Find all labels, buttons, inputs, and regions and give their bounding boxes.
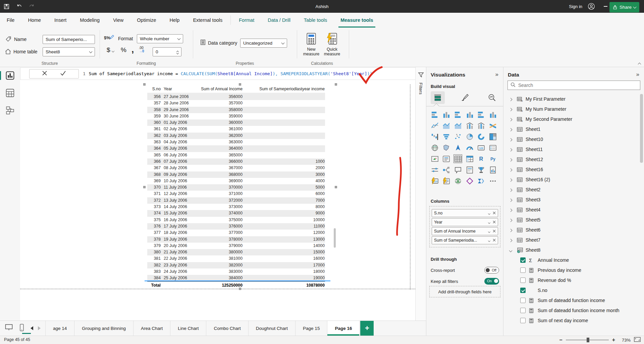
menu-tab-insert[interactable]: Insert — [48, 13, 73, 28]
currency-icon[interactable]: $ — [107, 46, 114, 54]
resize-handle-middle-right[interactable] — [335, 186, 337, 188]
page-tab-area-chart[interactable]: Area Chart — [133, 321, 170, 336]
data-category-select[interactable]: Uncategorized — [240, 39, 287, 48]
data-field-sum-of-dateadd-function-income[interactable]: Sum of dateadd function income — [503, 295, 638, 305]
matrix-icon[interactable] — [465, 154, 474, 163]
data-table-my-first-parameter[interactable]: fxMy First Parameter — [503, 94, 638, 104]
100-stacked-bar-chart-icon[interactable] — [477, 110, 486, 119]
zoom-in-icon[interactable]: + — [612, 337, 615, 343]
percent-icon[interactable]: % — [121, 46, 126, 54]
smart-narrative-icon[interactable] — [465, 165, 474, 174]
table-row[interactable]: 36405 July 2006364000 — [147, 145, 325, 152]
table-row[interactable]: 38425 July 200638400019000 — [147, 275, 325, 281]
model-view-icon[interactable] — [6, 106, 14, 115]
page-tab-page-15[interactable]: Page 15 — [296, 321, 327, 336]
table-row[interactable]: 38122 July 200638100016000 — [147, 255, 325, 262]
share-button[interactable]: Share — [609, 2, 639, 12]
decimals-stepper[interactable]: 0 — [153, 47, 181, 56]
cancel-formula-icon[interactable] — [42, 70, 47, 77]
power-automate-icon[interactable] — [477, 177, 486, 185]
field-checkbox[interactable] — [520, 257, 526, 263]
chevron-right-icon[interactable] — [509, 217, 517, 223]
table-view-icon[interactable] — [6, 89, 14, 97]
data-table-sheet8[interactable]: Sheet8 — [503, 245, 638, 255]
chevron-right-icon[interactable] — [509, 116, 517, 122]
search-box[interactable] — [507, 81, 640, 90]
table-row[interactable]: 36001 July 2006360000 — [147, 119, 325, 126]
data-table-sheet6[interactable]: Sheet6 — [503, 225, 638, 235]
data-table-sheet2[interactable]: Sheet2 — [503, 185, 638, 195]
quick-measure-button[interactable]: Quick measure — [323, 33, 341, 56]
menu-tab-format[interactable]: Format — [232, 13, 261, 28]
page-tab-grouping-and-binning[interactable]: Grouping and Binning — [74, 321, 133, 336]
treemap-icon[interactable] — [488, 132, 497, 141]
next-page-arrow[interactable] — [38, 326, 41, 330]
field-options-chevron-icon[interactable] — [488, 211, 490, 215]
table-row[interactable]: 35930 June 2006359000 — [147, 113, 325, 119]
table-row[interactable]: 35728 June 2006357000 — [147, 100, 325, 106]
decomposition-tree-icon[interactable] — [442, 165, 451, 174]
donut-chart-icon[interactable] — [477, 132, 486, 141]
table-row[interactable]: 37213 July 20063720007000 — [147, 197, 325, 204]
chevron-right-icon[interactable] — [509, 127, 517, 132]
table-row[interactable]: 38021 July 200638000015000 — [147, 249, 325, 255]
python-visual-icon[interactable]: Py — [488, 154, 497, 163]
azure-map-icon[interactable] — [453, 143, 462, 152]
add-drill-through-fields-well[interactable]: Add drill-through fields here — [429, 286, 500, 297]
field-checkbox[interactable] — [520, 298, 526, 303]
field-pill[interactable]: S.no — [432, 209, 498, 217]
field-pill[interactable]: Sum of Sameperiodla... — [432, 236, 498, 244]
field-options-chevron-icon[interactable] — [488, 229, 490, 233]
field-checkbox[interactable] — [520, 308, 526, 313]
filters-pane-collapsed[interactable]: Filters — [415, 67, 426, 321]
chevron-right-icon[interactable] — [509, 106, 517, 112]
menu-tab-external-tools[interactable]: External tools — [186, 13, 229, 28]
data-table-sheet1[interactable]: Sheet1 — [503, 124, 638, 134]
table-scrollbar[interactable] — [334, 228, 336, 248]
table-row[interactable]: 37011 July 20063700005000 — [147, 184, 325, 191]
gauge-icon[interactable] — [465, 143, 474, 152]
column-header[interactable]: Sum of Sameperiodlastyear income — [243, 85, 325, 93]
resize-handle-top-center[interactable] — [239, 83, 241, 86]
line-and-stacked-column-chart-icon[interactable] — [465, 121, 474, 130]
data-table-sheet4[interactable]: Sheet4 — [503, 205, 638, 215]
data-table-sheet10[interactable]: Sheet10 — [503, 134, 638, 144]
format-select[interactable]: Whole number — [137, 34, 183, 43]
filled-map-icon[interactable] — [442, 143, 451, 152]
decimal-places-icon[interactable]: .00→0 — [139, 46, 144, 53]
chevron-right-icon[interactable] — [509, 137, 517, 142]
menu-tab-modeling[interactable]: Modeling — [73, 13, 106, 28]
ribbon-chart-icon[interactable] — [488, 121, 497, 130]
data-field-sum-of-next-day-income[interactable]: Sum of next day income — [503, 315, 638, 326]
table-row[interactable]: 36607 July 20063660001000 — [147, 158, 325, 165]
data-table-sheet7[interactable]: Sheet7 — [503, 235, 638, 245]
chevron-right-icon[interactable] — [509, 177, 517, 182]
field-pill[interactable]: Sum of Annual Income — [432, 227, 498, 235]
stacked-area-chart-icon[interactable] — [453, 121, 462, 130]
table-row[interactable]: 37516 July 200637500010000 — [147, 217, 325, 223]
menu-tab-view[interactable]: View — [106, 13, 130, 28]
report-view-icon[interactable] — [6, 71, 14, 80]
collapse-ribbon-icon[interactable] — [638, 61, 641, 66]
chevron-right-icon[interactable] — [509, 157, 517, 162]
card-new-icon[interactable]: 123 — [430, 177, 439, 185]
chevron-right-icon[interactable] — [509, 207, 517, 212]
table-row[interactable]: 38324 July 200638300018000 — [147, 268, 325, 275]
resize-handle-top-right[interactable] — [335, 83, 337, 86]
columns-field-wells[interactable]: S.noYearSum of Annual IncomeSum of Samep… — [429, 206, 500, 247]
column-header[interactable]: S.no — [147, 85, 161, 93]
table-row[interactable]: 38223 July 200638200017000 — [147, 262, 325, 268]
field-checkbox[interactable] — [520, 278, 526, 283]
page-tab-age-14[interactable]: age 14 — [45, 321, 74, 336]
measure-name-input[interactable]: Sum of Sameperio... — [43, 35, 95, 44]
report-canvas[interactable]: S.noYearSum of Annual IncomeSum of Samep… — [20, 80, 415, 321]
table-row[interactable]: 37415 July 20063740009000 — [147, 210, 325, 216]
resize-handle-middle-left[interactable] — [143, 186, 146, 188]
table-row[interactable]: 37718 July 200637700012000 — [147, 230, 325, 236]
new-page-button[interactable]: + — [360, 321, 374, 336]
arcgis-map-icon[interactable] — [453, 177, 462, 185]
key-influencers-icon[interactable] — [430, 165, 439, 174]
menu-tab-file[interactable]: File — [0, 13, 21, 28]
commit-formula-icon[interactable] — [60, 70, 66, 77]
data-field-s-no[interactable]: S.no — [503, 285, 638, 295]
